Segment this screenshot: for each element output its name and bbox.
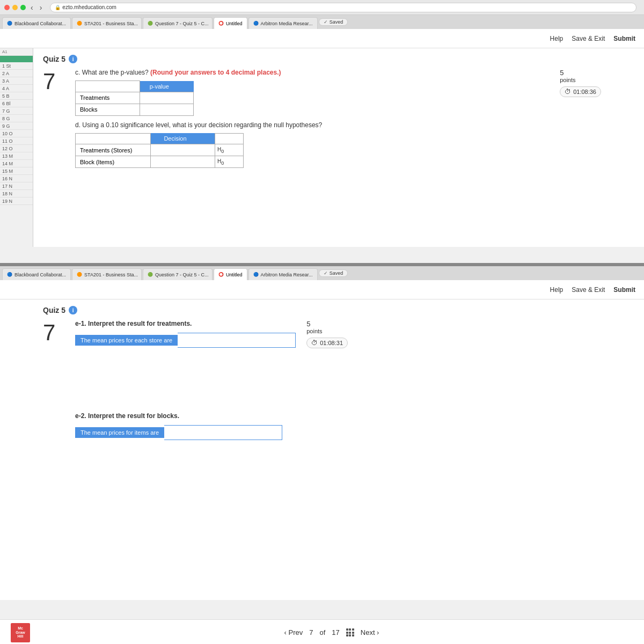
main-content-top: Quiz 5 i 7 c. What are the p-values? (Ro… bbox=[0, 48, 644, 247]
e2-answer-input[interactable] bbox=[164, 425, 282, 440]
bottom-info-icon[interactable]: i bbox=[69, 306, 77, 314]
mcgraw-hill-logo: Mc Graw Hill bbox=[11, 623, 30, 642]
tab-arbitron[interactable]: 🔵 Arbitron Media Resear... bbox=[248, 17, 318, 29]
page-of-label: of bbox=[319, 628, 325, 636]
prev-button[interactable]: ‹ Prev bbox=[284, 628, 303, 636]
e1-prefix: The mean prices for each store are bbox=[75, 335, 178, 346]
page-current: 7 bbox=[309, 628, 313, 636]
part-e2-label: e-2. Interpret the result for blocks. bbox=[75, 412, 296, 420]
tab-question7[interactable]: 🟢 Question 7 - Quiz 5 - C... bbox=[143, 17, 213, 29]
traffic-lights bbox=[4, 5, 26, 10]
question-number: 7 bbox=[43, 69, 64, 168]
bottom-screenshot: 🔵 Blackboard Collaborat... 🟠 STA201 - Bu… bbox=[0, 266, 644, 644]
bottom-question-points: 5 points ⏱ 01:08:31 bbox=[306, 320, 348, 449]
tab-blackboard[interactable]: 🔵 Blackboard Collaborat... bbox=[2, 17, 71, 29]
tab-sta201[interactable]: 🟠 STA201 - Business Sta... bbox=[72, 17, 142, 29]
treatments-decision-input[interactable] bbox=[151, 144, 215, 156]
page-total: 17 bbox=[332, 628, 339, 636]
bottom-toolbar: Help Save & Exit Submit bbox=[0, 280, 644, 299]
quiz-title: Quiz 5 bbox=[43, 55, 65, 63]
left-sidebar: A1 1 St 2 A 3 A 4 A 5 B 6 Bl 7 G 8 G 9 G… bbox=[0, 48, 33, 247]
pagination: ‹ Prev 7 of 17 Next › bbox=[284, 628, 379, 636]
timer-icon: ⏱ bbox=[565, 88, 571, 96]
sidebar-row-2: 2 A bbox=[0, 70, 33, 77]
next-button[interactable]: Next › bbox=[361, 628, 379, 636]
back-button[interactable]: ‹ bbox=[29, 3, 35, 12]
bottom-question-content: e-1. Interpret the result for treatments… bbox=[75, 320, 296, 449]
bottom-save-exit-button[interactable]: Save & Exit bbox=[572, 286, 605, 294]
bottom-quiz-header: Quiz 5 i bbox=[43, 306, 348, 314]
close-button[interactable] bbox=[4, 5, 10, 10]
info-icon[interactable]: i bbox=[69, 55, 77, 63]
bottom-saved-badge: ✓ Saved bbox=[319, 269, 348, 277]
tab-untitled[interactable]: ⭕ Untitled bbox=[214, 17, 247, 29]
part-e1-label: e-1. Interpret the result for treatments… bbox=[75, 320, 296, 327]
bottom-tab-blackboard[interactable]: 🔵 Blackboard Collaborat... bbox=[2, 268, 71, 280]
bottom-tab-arbitron[interactable]: 🔵 Arbitron Media Resear... bbox=[248, 268, 318, 280]
question-area: 7 c. What are the p-values? (Round your … bbox=[43, 69, 601, 168]
block-decision-input[interactable] bbox=[151, 156, 215, 168]
blocks-pvalue-input[interactable] bbox=[140, 104, 194, 115]
address-bar[interactable]: 🔒 ezto.mheducation.com bbox=[50, 3, 636, 12]
block-items-label: Block (Items) bbox=[76, 156, 151, 168]
bottom-tab-question7[interactable]: 🟢 Question 7 - Quiz 5 - C... bbox=[143, 268, 213, 280]
timer-badge: ⏱ 01:08:36 bbox=[560, 86, 601, 97]
e2-prefix: The mean prices for items are bbox=[75, 427, 164, 438]
bottom-help-button[interactable]: Help bbox=[550, 286, 564, 294]
treatments-label: Treatments bbox=[76, 92, 140, 104]
bottom-timer-badge: ⏱ 01:08:31 bbox=[306, 338, 348, 348]
part-c-label: c. What are the p-values? (Round your an… bbox=[75, 69, 549, 76]
lock-icon: 🔒 bbox=[55, 5, 61, 10]
grid-view-icon[interactable] bbox=[346, 628, 354, 636]
tabs-bar: 🔵 Blackboard Collaborat... 🟠 STA201 - Bu… bbox=[0, 15, 644, 29]
treatments-stores-label: Treatments (Stores) bbox=[76, 144, 151, 156]
decision-table: Decision Treatments (Stores) H0 bbox=[75, 133, 244, 169]
p-value-table: p-value Treatments Blocks bbox=[75, 80, 194, 116]
timer-display: 01:08:36 bbox=[573, 89, 596, 95]
bottom-question-area: 7 e-1. Interpret the result for treatmen… bbox=[43, 320, 348, 449]
bottom-tab-untitled[interactable]: ⭕ Untitled bbox=[214, 268, 247, 280]
forward-button[interactable]: › bbox=[38, 3, 44, 12]
bottom-quiz-title: Quiz 5 bbox=[43, 306, 65, 314]
top-screenshot: ‹ › 🔒 ezto.mheducation.com 🔵 Blackboard … bbox=[0, 0, 644, 263]
bottom-submit-button[interactable]: Submit bbox=[613, 286, 635, 294]
minimize-button[interactable] bbox=[12, 5, 18, 10]
maximize-button[interactable] bbox=[20, 5, 26, 10]
quiz-header: Quiz 5 i bbox=[43, 55, 601, 63]
submit-button[interactable]: Submit bbox=[613, 35, 635, 42]
treatments-h0: H0 bbox=[215, 144, 244, 156]
bottom-tab-sta201[interactable]: 🟠 STA201 - Business Sta... bbox=[72, 268, 142, 280]
blocks-label: Blocks bbox=[76, 104, 140, 115]
save-exit-button[interactable]: Save & Exit bbox=[572, 35, 605, 42]
e2-interpretation-row: The mean prices for items are bbox=[75, 425, 296, 440]
question-content: c. What are the p-values? (Round your an… bbox=[75, 69, 549, 168]
bottom-tabs-bar: 🔵 Blackboard Collaborat... 🟠 STA201 - Bu… bbox=[0, 266, 644, 280]
bottom-footer: Mc Graw Hill ‹ Prev 7 of 17 Next › bbox=[0, 619, 644, 644]
part-d-label: d. Using a 0.10 significance level, what… bbox=[75, 121, 549, 129]
block-h0: H0 bbox=[215, 156, 244, 168]
sidebar-row-a1: A1 bbox=[0, 48, 33, 56]
browser-chrome: ‹ › 🔒 ezto.mheducation.com bbox=[0, 0, 644, 15]
bottom-timer-icon: ⏱ bbox=[311, 339, 318, 347]
sidebar-row-1: 1 St bbox=[0, 62, 33, 70]
help-button[interactable]: Help bbox=[550, 35, 564, 42]
question-points: 5 points ⏱ 01:08:36 bbox=[560, 69, 601, 168]
url-text: ezto.mheducation.com bbox=[62, 4, 116, 10]
e1-interpretation-row: The mean prices for each store are bbox=[75, 333, 296, 348]
top-toolbar: Help Save & Exit Submit bbox=[0, 29, 644, 48]
e1-answer-input[interactable] bbox=[178, 333, 296, 348]
saved-badge: ✓ Saved bbox=[319, 18, 348, 26]
bottom-question-number: 7 bbox=[43, 320, 64, 449]
bottom-timer-display: 01:08:31 bbox=[320, 340, 343, 346]
treatments-pvalue-input[interactable] bbox=[140, 92, 194, 104]
bottom-main-content: Quiz 5 i 7 e-1. Interpret the result for… bbox=[0, 299, 391, 600]
